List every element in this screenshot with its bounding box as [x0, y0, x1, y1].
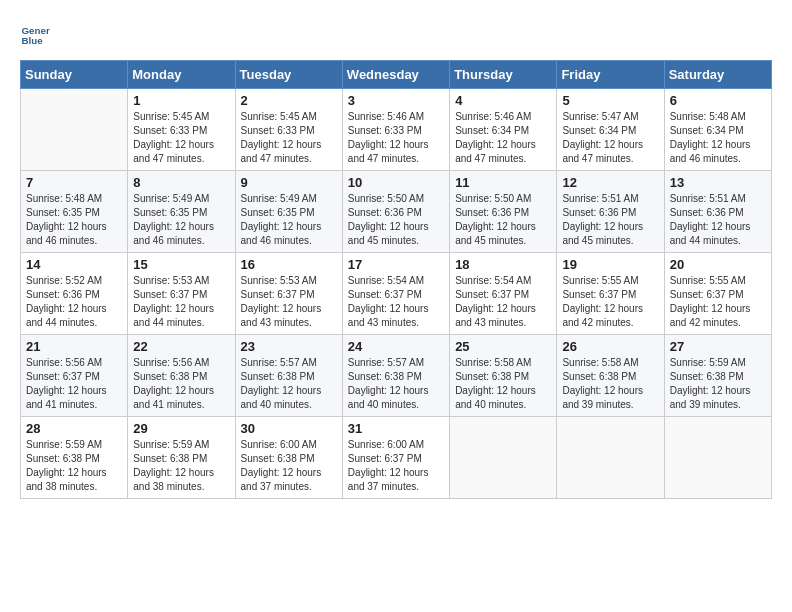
calendar-cell: 23Sunrise: 5:57 AM Sunset: 6:38 PM Dayli…	[235, 335, 342, 417]
calendar-cell: 6Sunrise: 5:48 AM Sunset: 6:34 PM Daylig…	[664, 89, 771, 171]
day-info: Sunrise: 5:45 AM Sunset: 6:33 PM Dayligh…	[133, 110, 229, 166]
calendar-cell: 29Sunrise: 5:59 AM Sunset: 6:38 PM Dayli…	[128, 417, 235, 499]
day-number: 16	[241, 257, 337, 272]
day-number: 9	[241, 175, 337, 190]
week-row-5: 28Sunrise: 5:59 AM Sunset: 6:38 PM Dayli…	[21, 417, 772, 499]
day-number: 10	[348, 175, 444, 190]
calendar-cell: 26Sunrise: 5:58 AM Sunset: 6:38 PM Dayli…	[557, 335, 664, 417]
calendar-cell: 28Sunrise: 5:59 AM Sunset: 6:38 PM Dayli…	[21, 417, 128, 499]
day-number: 29	[133, 421, 229, 436]
day-number: 27	[670, 339, 766, 354]
day-number: 11	[455, 175, 551, 190]
calendar-cell: 3Sunrise: 5:46 AM Sunset: 6:33 PM Daylig…	[342, 89, 449, 171]
day-number: 14	[26, 257, 122, 272]
calendar-cell: 31Sunrise: 6:00 AM Sunset: 6:37 PM Dayli…	[342, 417, 449, 499]
day-number: 18	[455, 257, 551, 272]
day-info: Sunrise: 5:55 AM Sunset: 6:37 PM Dayligh…	[670, 274, 766, 330]
day-number: 25	[455, 339, 551, 354]
calendar-table: SundayMondayTuesdayWednesdayThursdayFrid…	[20, 60, 772, 499]
day-info: Sunrise: 5:49 AM Sunset: 6:35 PM Dayligh…	[241, 192, 337, 248]
day-info: Sunrise: 5:53 AM Sunset: 6:37 PM Dayligh…	[133, 274, 229, 330]
day-number: 1	[133, 93, 229, 108]
calendar-cell: 18Sunrise: 5:54 AM Sunset: 6:37 PM Dayli…	[450, 253, 557, 335]
calendar-cell: 14Sunrise: 5:52 AM Sunset: 6:36 PM Dayli…	[21, 253, 128, 335]
day-number: 7	[26, 175, 122, 190]
day-info: Sunrise: 5:55 AM Sunset: 6:37 PM Dayligh…	[562, 274, 658, 330]
calendar-cell: 17Sunrise: 5:54 AM Sunset: 6:37 PM Dayli…	[342, 253, 449, 335]
calendar-cell	[450, 417, 557, 499]
day-number: 22	[133, 339, 229, 354]
day-info: Sunrise: 5:59 AM Sunset: 6:38 PM Dayligh…	[670, 356, 766, 412]
day-number: 21	[26, 339, 122, 354]
weekday-header-wednesday: Wednesday	[342, 61, 449, 89]
weekday-header-tuesday: Tuesday	[235, 61, 342, 89]
day-info: Sunrise: 5:54 AM Sunset: 6:37 PM Dayligh…	[455, 274, 551, 330]
week-row-3: 14Sunrise: 5:52 AM Sunset: 6:36 PM Dayli…	[21, 253, 772, 335]
day-number: 31	[348, 421, 444, 436]
day-info: Sunrise: 5:56 AM Sunset: 6:38 PM Dayligh…	[133, 356, 229, 412]
day-number: 19	[562, 257, 658, 272]
weekday-header-row: SundayMondayTuesdayWednesdayThursdayFrid…	[21, 61, 772, 89]
weekday-header-saturday: Saturday	[664, 61, 771, 89]
calendar-cell: 21Sunrise: 5:56 AM Sunset: 6:37 PM Dayli…	[21, 335, 128, 417]
day-number: 6	[670, 93, 766, 108]
week-row-2: 7Sunrise: 5:48 AM Sunset: 6:35 PM Daylig…	[21, 171, 772, 253]
day-info: Sunrise: 5:57 AM Sunset: 6:38 PM Dayligh…	[241, 356, 337, 412]
day-info: Sunrise: 5:56 AM Sunset: 6:37 PM Dayligh…	[26, 356, 122, 412]
day-info: Sunrise: 5:45 AM Sunset: 6:33 PM Dayligh…	[241, 110, 337, 166]
header: General Blue	[20, 20, 772, 50]
weekday-header-sunday: Sunday	[21, 61, 128, 89]
day-number: 26	[562, 339, 658, 354]
weekday-header-thursday: Thursday	[450, 61, 557, 89]
logo: General Blue	[20, 20, 54, 50]
day-info: Sunrise: 5:58 AM Sunset: 6:38 PM Dayligh…	[562, 356, 658, 412]
calendar-cell: 30Sunrise: 6:00 AM Sunset: 6:38 PM Dayli…	[235, 417, 342, 499]
calendar-cell: 1Sunrise: 5:45 AM Sunset: 6:33 PM Daylig…	[128, 89, 235, 171]
calendar-cell: 20Sunrise: 5:55 AM Sunset: 6:37 PM Dayli…	[664, 253, 771, 335]
day-number: 8	[133, 175, 229, 190]
day-number: 20	[670, 257, 766, 272]
day-number: 30	[241, 421, 337, 436]
day-info: Sunrise: 5:49 AM Sunset: 6:35 PM Dayligh…	[133, 192, 229, 248]
svg-text:Blue: Blue	[22, 35, 44, 46]
day-number: 2	[241, 93, 337, 108]
day-info: Sunrise: 5:54 AM Sunset: 6:37 PM Dayligh…	[348, 274, 444, 330]
day-number: 23	[241, 339, 337, 354]
day-number: 28	[26, 421, 122, 436]
logo-icon: General Blue	[20, 20, 50, 50]
week-row-4: 21Sunrise: 5:56 AM Sunset: 6:37 PM Dayli…	[21, 335, 772, 417]
calendar-cell	[664, 417, 771, 499]
day-info: Sunrise: 5:48 AM Sunset: 6:35 PM Dayligh…	[26, 192, 122, 248]
calendar-cell: 2Sunrise: 5:45 AM Sunset: 6:33 PM Daylig…	[235, 89, 342, 171]
calendar-cell: 22Sunrise: 5:56 AM Sunset: 6:38 PM Dayli…	[128, 335, 235, 417]
day-number: 5	[562, 93, 658, 108]
calendar-cell: 19Sunrise: 5:55 AM Sunset: 6:37 PM Dayli…	[557, 253, 664, 335]
weekday-header-monday: Monday	[128, 61, 235, 89]
calendar-cell: 11Sunrise: 5:50 AM Sunset: 6:36 PM Dayli…	[450, 171, 557, 253]
calendar-cell: 24Sunrise: 5:57 AM Sunset: 6:38 PM Dayli…	[342, 335, 449, 417]
calendar-cell: 15Sunrise: 5:53 AM Sunset: 6:37 PM Dayli…	[128, 253, 235, 335]
day-number: 12	[562, 175, 658, 190]
calendar-cell: 12Sunrise: 5:51 AM Sunset: 6:36 PM Dayli…	[557, 171, 664, 253]
day-info: Sunrise: 5:46 AM Sunset: 6:33 PM Dayligh…	[348, 110, 444, 166]
day-number: 15	[133, 257, 229, 272]
calendar-cell: 16Sunrise: 5:53 AM Sunset: 6:37 PM Dayli…	[235, 253, 342, 335]
day-info: Sunrise: 5:57 AM Sunset: 6:38 PM Dayligh…	[348, 356, 444, 412]
day-info: Sunrise: 5:52 AM Sunset: 6:36 PM Dayligh…	[26, 274, 122, 330]
day-info: Sunrise: 5:58 AM Sunset: 6:38 PM Dayligh…	[455, 356, 551, 412]
day-info: Sunrise: 5:50 AM Sunset: 6:36 PM Dayligh…	[455, 192, 551, 248]
day-info: Sunrise: 6:00 AM Sunset: 6:37 PM Dayligh…	[348, 438, 444, 494]
day-info: Sunrise: 6:00 AM Sunset: 6:38 PM Dayligh…	[241, 438, 337, 494]
calendar-cell	[557, 417, 664, 499]
day-info: Sunrise: 5:53 AM Sunset: 6:37 PM Dayligh…	[241, 274, 337, 330]
calendar-cell: 5Sunrise: 5:47 AM Sunset: 6:34 PM Daylig…	[557, 89, 664, 171]
day-number: 13	[670, 175, 766, 190]
day-info: Sunrise: 5:47 AM Sunset: 6:34 PM Dayligh…	[562, 110, 658, 166]
day-info: Sunrise: 5:59 AM Sunset: 6:38 PM Dayligh…	[26, 438, 122, 494]
calendar-cell: 4Sunrise: 5:46 AM Sunset: 6:34 PM Daylig…	[450, 89, 557, 171]
day-number: 4	[455, 93, 551, 108]
week-row-1: 1Sunrise: 5:45 AM Sunset: 6:33 PM Daylig…	[21, 89, 772, 171]
day-info: Sunrise: 5:46 AM Sunset: 6:34 PM Dayligh…	[455, 110, 551, 166]
day-number: 3	[348, 93, 444, 108]
day-info: Sunrise: 5:48 AM Sunset: 6:34 PM Dayligh…	[670, 110, 766, 166]
